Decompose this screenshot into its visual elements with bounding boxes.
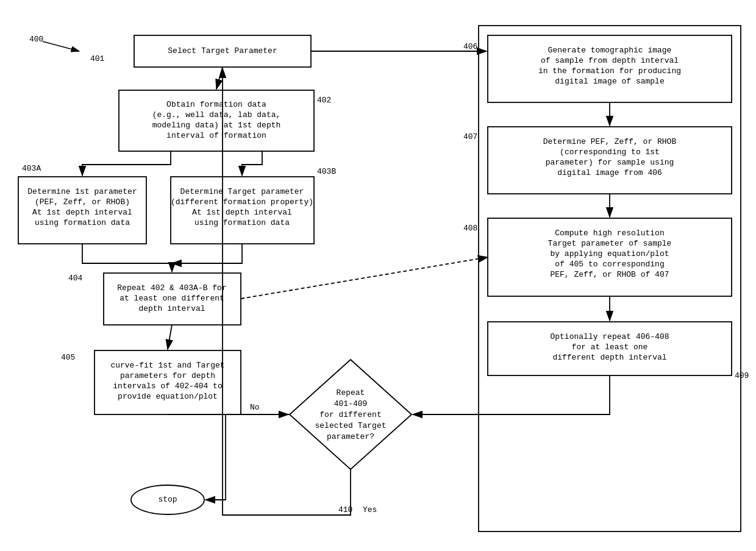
stop-text: stop [158,495,177,504]
label-403b: 403B [317,167,336,176]
label-409: 409 [735,371,749,380]
label-400: 400 [29,35,43,44]
compute-high-text-3: by applying equation/plot [550,249,669,258]
generate-tomo-text-3: in the formation for producing [538,66,681,76]
compute-high-text-4: of 405 to corresponding [555,260,664,269]
obtain-formation-text-2: (e.g., well data, lab data, [152,110,281,119]
label-403a: 403A [22,164,41,173]
repeat-diamond-text-3: for different [319,410,381,419]
repeat-402-text-2: at least one different [119,294,224,303]
curve-fit-text-3: intervals of 402-404 to [113,382,222,391]
optionally-repeat-text-1: Optionally repeat 406-408 [550,332,669,341]
determine-target-text-3: At 1st depth interval [192,208,292,217]
label-yes: Yes [363,505,377,514]
repeat-diamond-text-2: 401-409 [334,399,368,408]
compute-high-text-2: Target parameter of sample [548,239,672,248]
obtain-formation-text-1: Obtain formation data [166,100,266,109]
repeat-diamond-text-1: Repeat [337,388,365,397]
determine-target-text-4: using formation data [194,218,290,227]
label-406: 406 [463,42,477,51]
curve-fit-text-2: parameters for depth [120,371,215,380]
generate-tomo-text-1: Generate tomographic image [548,46,672,55]
label-407: 407 [463,132,477,141]
label-408: 408 [463,224,477,233]
label-402: 402 [317,96,331,105]
label-405: 405 [61,353,75,362]
determine-target-text-1: Determine Target parameter [180,187,304,196]
determine-1st-text-3: At 1st depth interval [32,208,132,217]
label-404: 404 [68,274,83,283]
repeat-402-text-1: Repeat 402 & 403A-B for [117,283,226,293]
label-410: 410 [338,505,352,514]
repeat-402-text-3: depth interval [138,304,205,313]
label-no: No [250,403,260,412]
determine-pef-text-2: (corresponding to 1st [560,148,660,157]
generate-tomo-text-2: of sample from depth interval [541,56,679,65]
svg-line-2 [216,67,223,89]
obtain-formation-text-4: interval of formation [166,131,266,140]
svg-line-8 [43,41,79,51]
svg-line-3 [168,325,172,349]
repeat-diamond-text-4: selected Target [315,421,386,430]
determine-1st-text-2: (PEF, Zeff, or RHOB) [35,197,130,207]
compute-high-text-1: Compute high resolution [555,229,664,238]
curve-fit-text-1: curve-fit 1st and Target [110,361,224,370]
determine-pef-text-3: parameter) for sample using [546,158,674,167]
determine-pef-text-4: digital image from 406 [557,168,662,177]
select-target-text: Select Target Parameter [168,46,277,55]
generate-tomo-text-4: digital image of sample [555,77,664,86]
determine-target-text-2: (different formation property) [171,197,313,207]
flowchart-diagram: Select Target Parameter Obtain formation… [0,0,756,551]
optionally-repeat-text-3: different depth interval [552,353,666,362]
compute-high-text-5: PEF, Zeff, or RHOB of 407 [550,270,669,279]
determine-1st-text-4: using formation data [35,218,130,227]
obtain-formation-text-3: modeling data) at 1st depth [152,121,281,130]
determine-1st-text-1: Determine 1st parameter [27,187,137,196]
label-401: 401 [90,54,105,63]
optionally-repeat-text-2: for at least one [572,343,648,352]
curve-fit-text-4: provide equation/plot [118,392,218,401]
determine-pef-text-1: Determine PEF, Zeff, or RHOB [543,137,677,146]
repeat-diamond-text-5: parameter? [327,432,374,441]
